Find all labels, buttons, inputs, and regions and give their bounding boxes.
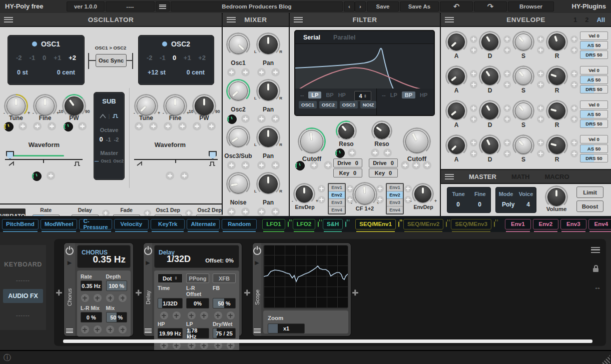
hamburger-icon[interactable] xyxy=(445,174,454,180)
env-option[interactable]: Env1 xyxy=(329,184,345,192)
xfb-button[interactable]: XFB xyxy=(213,274,236,283)
mod-env4-button[interactable]: Env4 xyxy=(588,219,611,230)
mod-slot-add-button[interactable] xyxy=(503,36,511,43)
filter2-reso-knob[interactable] xyxy=(374,123,390,139)
insert-fx-button[interactable] xyxy=(352,289,359,296)
browser-button[interactable]: Browser xyxy=(508,2,554,12)
osc1-fine-knob[interactable] xyxy=(36,96,55,116)
mod-slot-add-button[interactable] xyxy=(503,70,511,78)
octave-option-active[interactable]: +2 xyxy=(69,54,76,62)
delay-header[interactable]: Delay 1/32D Offset: 0% xyxy=(154,245,239,268)
type-lp[interactable]: LP xyxy=(390,92,397,98)
osc1-waveform-slider[interactable] xyxy=(5,152,83,169)
osc1-pan-knob[interactable]: L R xyxy=(259,35,278,54)
octave-option-active[interactable]: 0 xyxy=(173,54,176,62)
mod-slot-add-button[interactable] xyxy=(94,294,102,302)
lfo2-editor-icon[interactable] xyxy=(318,222,319,227)
attack-slope-field[interactable]: AS 50 xyxy=(580,76,608,84)
master-voice-box[interactable]: ModeVoice Poly4 xyxy=(495,187,536,213)
filter1-drive-field[interactable]: Drive0 xyxy=(333,158,362,168)
slider-handle[interactable] xyxy=(6,151,14,160)
decay-knob[interactable] xyxy=(481,137,498,154)
mod-slot-add-button[interactable] xyxy=(570,36,578,43)
osc3-sub-pan-knob[interactable]: L R xyxy=(259,128,278,147)
mod-slot-add-button[interactable] xyxy=(470,46,477,54)
osc1-semitone[interactable]: 0 st xyxy=(17,69,28,76)
mod-amount-knob[interactable] xyxy=(227,114,237,124)
power-icon[interactable] xyxy=(253,247,261,255)
mod-slot-add-button[interactable] xyxy=(164,122,172,130)
mod-slot-add-button[interactable] xyxy=(241,161,250,170)
osc-sync-button[interactable]: Osc Sync xyxy=(96,54,127,67)
osc1-octave-selector[interactable]: -2 -1 0 +1 +2 xyxy=(8,54,84,62)
octave-option[interactable]: -2 xyxy=(114,136,119,142)
octave-option[interactable]: -1 xyxy=(160,54,166,62)
sh-editor-icon[interactable] xyxy=(345,222,346,227)
env-option[interactable]: Env3 xyxy=(329,199,345,206)
sustain-knob[interactable] xyxy=(515,68,532,85)
mod-slot-add-button[interactable] xyxy=(503,104,511,112)
type-hp[interactable]: HP xyxy=(420,92,427,98)
mod-slot-add-button[interactable] xyxy=(119,294,127,302)
decay-release-slope-field[interactable]: DRS 50 xyxy=(580,154,608,162)
boost-button[interactable]: Boost xyxy=(576,200,603,212)
filter2-type-selector[interactable]: -- LP BP HP xyxy=(377,88,434,98)
mod-slot-add-button[interactable] xyxy=(570,150,578,158)
mod-slot-add-button[interactable] xyxy=(470,116,477,123)
hamburger-icon[interactable] xyxy=(294,17,303,22)
velocity-field[interactable]: Vel 0 xyxy=(580,100,608,109)
mod-slot-add-button[interactable] xyxy=(257,114,266,123)
mod-slot-add-button[interactable] xyxy=(173,312,181,320)
type-bp[interactable]: BP xyxy=(326,92,333,98)
power-icon[interactable] xyxy=(144,247,152,255)
release-knob[interactable] xyxy=(548,68,565,85)
mod-velocity-button[interactable]: Velocity xyxy=(114,219,149,230)
mod-slot-add-button[interactable] xyxy=(257,161,266,170)
mod-slot-add-button[interactable] xyxy=(537,104,544,112)
osc2-pw-knob[interactable] xyxy=(195,96,214,116)
hamburger-icon[interactable] xyxy=(145,328,152,333)
insert-fx-button[interactable] xyxy=(135,289,142,296)
delay-time-field[interactable]: 1/32D xyxy=(158,298,183,308)
sub-route-selector[interactable]: --- Osc1 Osc2 xyxy=(95,158,124,164)
master-volume-knob[interactable] xyxy=(547,188,565,206)
attack-knob[interactable] xyxy=(448,68,465,85)
decay-knob[interactable] xyxy=(481,68,498,85)
resize-grip-icon[interactable] xyxy=(601,355,610,364)
mod-slot-add-button[interactable] xyxy=(404,185,412,192)
cutoff-link-knob[interactable] xyxy=(355,184,375,204)
noise-level-knob[interactable] xyxy=(229,174,248,194)
link-icon[interactable]: ↔ xyxy=(594,283,601,291)
lock-icon[interactable] xyxy=(593,268,598,272)
preset-prev-button[interactable]: ‹ xyxy=(344,2,355,12)
osc1-enable-dot[interactable] xyxy=(32,42,37,46)
chorus-header[interactable]: CHORUS 0.35 Hz xyxy=(77,245,131,268)
sidebar-item-keyboard[interactable]: KEYBOARD xyxy=(4,261,42,268)
mod-slot-add-button[interactable] xyxy=(78,122,87,130)
save-as-button[interactable]: Save As xyxy=(400,2,439,12)
undo-button[interactable]: ↶ xyxy=(440,2,473,12)
filter2-env-selector[interactable]: Env1 Env2 Env3 Env4 xyxy=(386,183,404,214)
mod-slot-add-button[interactable] xyxy=(503,150,511,158)
mod-slot-add-button[interactable] xyxy=(570,70,578,78)
mod-slot-add-button[interactable] xyxy=(119,326,127,334)
mod-slot-add-button[interactable] xyxy=(570,139,578,146)
delay-lroffset-field[interactable]: 0% xyxy=(186,298,209,308)
osc2-enable-dot[interactable] xyxy=(162,42,167,46)
route-noiz-button[interactable]: NOIZ xyxy=(360,101,377,108)
mod-slot-add-button[interactable] xyxy=(503,116,511,123)
env-option[interactable]: Env1 xyxy=(387,184,403,192)
osc2-tune-knob[interactable] xyxy=(137,96,156,116)
mod-slot-add-button[interactable] xyxy=(470,36,477,43)
seqmenv2-editor-icon[interactable] xyxy=(446,222,447,227)
mod-slot-add-button[interactable] xyxy=(570,104,578,112)
route-osc1-button[interactable]: OSC1 xyxy=(299,101,317,108)
attack-slope-field[interactable]: AS 50 xyxy=(580,144,608,153)
sustain-knob[interactable] xyxy=(515,34,532,50)
tune-value[interactable]: 0 xyxy=(456,201,460,208)
mod-env3-button[interactable]: Env3 xyxy=(560,219,586,230)
release-knob[interactable] xyxy=(548,34,565,50)
attack-knob[interactable] xyxy=(448,34,465,50)
mod-slot-add-button[interactable] xyxy=(570,116,578,123)
mod-slot-add-button[interactable] xyxy=(271,68,280,76)
